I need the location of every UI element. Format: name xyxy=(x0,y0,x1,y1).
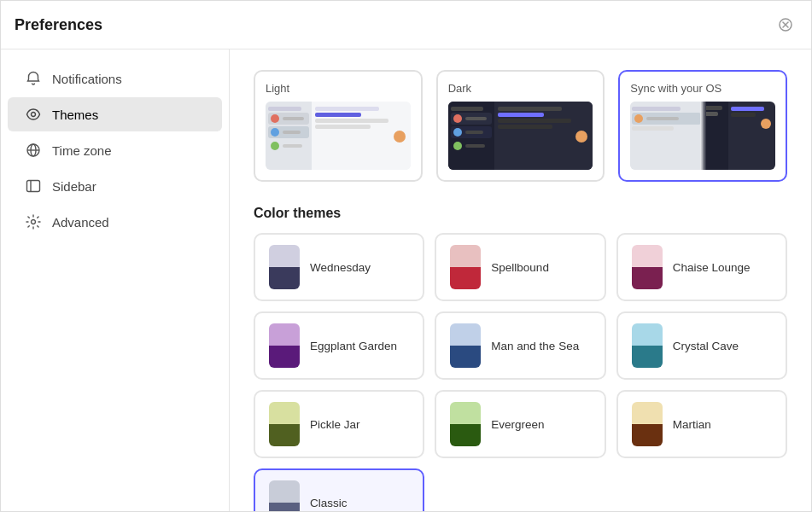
eye-icon xyxy=(25,106,42,123)
swatch-eggplant-garden xyxy=(269,323,300,368)
window-title: Preferences xyxy=(15,16,102,34)
theme-card-light[interactable]: Light xyxy=(254,70,423,182)
swatch-martian xyxy=(632,402,663,446)
color-theme-chaise-lounge[interactable]: Chaise Lounge xyxy=(616,233,787,301)
color-theme-classic[interactable]: Classic xyxy=(254,468,424,511)
theme-preview-light xyxy=(266,102,411,170)
swatch-crystal-cave xyxy=(632,323,663,368)
color-theme-evergreen[interactable]: Evergreen xyxy=(435,390,605,458)
sidebar-label-themes: Themes xyxy=(52,108,98,122)
theme-preview-dark xyxy=(448,102,593,170)
color-theme-spellbound[interactable]: Spellbound xyxy=(435,233,605,301)
theme-card-sync[interactable]: Sync with your OS xyxy=(618,70,787,182)
color-theme-wednesday[interactable]: Wednesday xyxy=(254,233,424,301)
sidebar-label-sidebar: Sidebar xyxy=(52,179,96,194)
label-wednesday: Wednesday xyxy=(310,261,371,274)
sidebar-item-timezone[interactable]: Time zone xyxy=(8,133,222,167)
svg-point-3 xyxy=(32,113,36,117)
color-themes-grid: Wednesday Spellbound Chaise Lo xyxy=(254,233,787,511)
svg-point-9 xyxy=(32,220,36,224)
label-spellbound: Spellbound xyxy=(491,261,549,274)
label-pickle-jar: Pickle Jar xyxy=(310,418,360,431)
main-content: Light xyxy=(230,49,811,511)
color-theme-eggplant-garden[interactable]: Eggplant Garden xyxy=(254,311,424,380)
preferences-window: Preferences Notifications xyxy=(0,0,812,512)
label-man-sea: Man and the Sea xyxy=(491,340,579,352)
sidebar-item-advanced[interactable]: Advanced xyxy=(8,205,222,239)
color-theme-crystal-cave[interactable]: Crystal Cave xyxy=(616,311,787,380)
color-theme-pickle-jar[interactable]: Pickle Jar xyxy=(254,390,424,458)
content-area: Notifications Themes xyxy=(1,49,811,511)
label-evergreen: Evergreen xyxy=(491,418,544,431)
sidebar-item-notifications[interactable]: Notifications xyxy=(8,61,222,96)
color-theme-man-sea[interactable]: Man and the Sea xyxy=(435,311,605,380)
theme-label-dark: Dark xyxy=(448,82,593,95)
globe-icon xyxy=(25,142,42,159)
sidebar-label-notifications: Notifications xyxy=(52,72,122,86)
label-martian: Martian xyxy=(673,418,711,431)
svg-rect-7 xyxy=(27,181,40,192)
theme-preview-sync xyxy=(630,102,775,170)
sidebar-item-sidebar[interactable]: Sidebar xyxy=(8,169,222,203)
sidebar-item-themes[interactable]: Themes xyxy=(8,97,222,131)
sidebar-label-timezone: Time zone xyxy=(52,143,111,158)
sidebar-icon xyxy=(25,177,42,195)
swatch-wednesday xyxy=(269,245,300,289)
swatch-chaise-lounge xyxy=(632,245,663,289)
theme-card-dark[interactable]: Dark xyxy=(436,70,605,182)
sidebar: Notifications Themes xyxy=(1,49,230,511)
label-eggplant-garden: Eggplant Garden xyxy=(310,340,397,352)
label-classic: Classic xyxy=(310,497,348,509)
label-crystal-cave: Crystal Cave xyxy=(673,340,739,352)
bell-icon xyxy=(25,70,42,87)
swatch-spellbound xyxy=(450,245,481,289)
theme-label-light: Light xyxy=(266,82,411,95)
close-button[interactable] xyxy=(774,13,797,37)
swatch-evergreen xyxy=(450,402,481,446)
gear-icon xyxy=(25,213,42,230)
sidebar-label-advanced: Advanced xyxy=(52,215,109,230)
theme-mode-grid: Light xyxy=(254,70,787,182)
swatch-pickle-jar xyxy=(269,402,300,446)
theme-label-sync: Sync with your OS xyxy=(630,82,775,95)
color-theme-martian[interactable]: Martian xyxy=(616,390,787,458)
color-section-title: Color themes xyxy=(254,206,787,221)
swatch-man-sea xyxy=(450,323,481,368)
titlebar: Preferences xyxy=(1,1,811,49)
swatch-classic xyxy=(269,480,300,511)
label-chaise-lounge: Chaise Lounge xyxy=(673,261,751,274)
